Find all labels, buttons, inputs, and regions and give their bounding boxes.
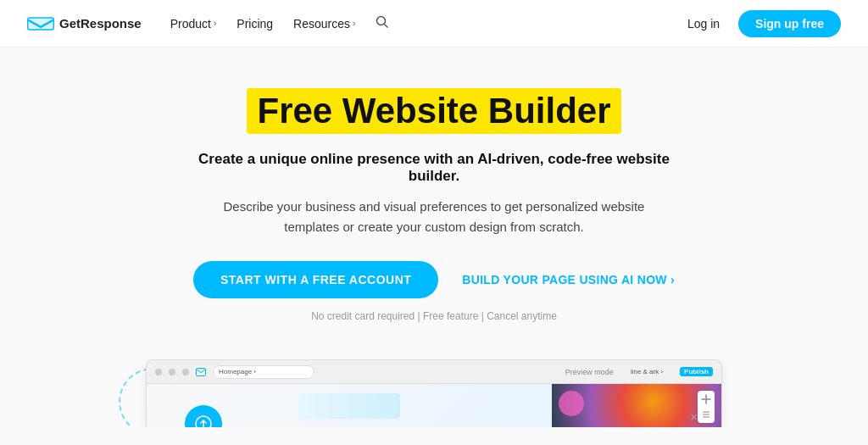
nav-links: Product › Pricing Resources › <box>162 10 679 37</box>
hero-cta-row: START WITH A FREE ACCOUNT BUILD YOUR PAG… <box>193 261 675 298</box>
hero-section: Free Website Builder Create a unique onl… <box>0 47 868 445</box>
nav-pricing[interactable]: Pricing <box>228 12 281 36</box>
hero-title-wrap: Free Website Builder <box>247 88 620 134</box>
preview-icons-panel <box>698 391 715 423</box>
logo-text: GetResponse <box>59 16 142 31</box>
browser-url-bar[interactable]: Homepage › <box>213 365 314 379</box>
browser-dot-2 <box>169 369 175 375</box>
hero-subtitle: Describe your business and visual prefer… <box>197 197 671 237</box>
preview-label-text: Preview mode <box>565 368 614 376</box>
preview-browser: Homepage › Preview mode line & ark › Pub… <box>146 359 722 427</box>
preview-icon-1 <box>701 394 711 404</box>
logo[interactable]: GetResponse <box>27 15 142 32</box>
search-icon[interactable] <box>367 10 398 37</box>
nav-product[interactable]: Product › <box>162 12 225 36</box>
nav-resources[interactable]: Resources › <box>285 12 364 36</box>
close-x-icon[interactable]: ✕ <box>690 412 698 423</box>
hero-content: Free Website Builder Create a unique onl… <box>0 47 868 359</box>
svg-rect-8 <box>703 417 709 418</box>
hero-title: Free Website Builder <box>257 92 610 131</box>
build-ai-link[interactable]: BUILD YOUR PAGE USING AI NOW › <box>462 273 675 286</box>
browser-bar: Homepage › Preview mode line & ark › Pub… <box>147 360 721 384</box>
hero-title-highlight: Free Website Builder <box>247 88 620 134</box>
svg-rect-7 <box>703 412 709 413</box>
browser-mail-icon <box>196 368 206 376</box>
publish-button[interactable]: Publish <box>680 367 713 376</box>
preview-strip: Homepage › Preview mode line & ark › Pub… <box>0 359 868 427</box>
preview-content: ✕ <box>147 384 721 427</box>
preview-link-label: line & ark › <box>631 368 663 375</box>
resources-chevron-icon: › <box>353 19 355 28</box>
login-button[interactable]: Log in <box>679 12 728 36</box>
svg-line-3 <box>385 24 388 27</box>
start-free-account-button[interactable]: START WITH A FREE ACCOUNT <box>193 261 438 298</box>
signup-button[interactable]: Sign up free <box>738 10 841 37</box>
hero-subtitle-bold: Create a unique online presence with an … <box>180 151 688 185</box>
fine-print: No credit card required | Free feature |… <box>311 310 557 322</box>
product-chevron-icon: › <box>214 19 216 28</box>
svg-rect-6 <box>703 414 709 415</box>
nav-right: Log in Sign up free <box>679 10 841 37</box>
browser-dot-1 <box>155 369 162 375</box>
navbar: GetResponse Product › Pricing Resources … <box>0 0 868 47</box>
browser-dot-3 <box>182 369 189 375</box>
preview-icon-2 <box>701 409 711 420</box>
browser-url-text: Homepage › <box>219 368 256 375</box>
